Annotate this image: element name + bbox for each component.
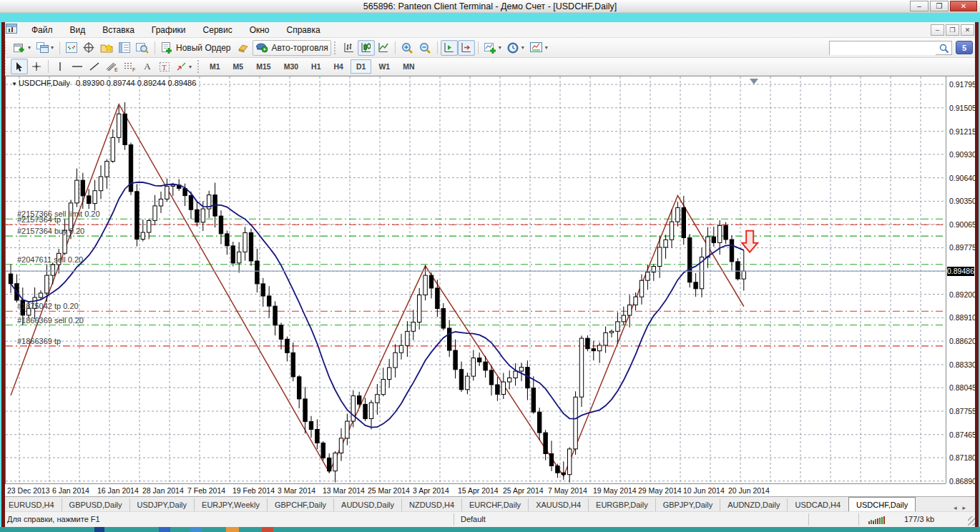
new-order-button[interactable]: Новый Ордер xyxy=(158,40,233,56)
data-window-button[interactable] xyxy=(80,40,97,56)
line-chart-type-button[interactable] xyxy=(375,40,392,56)
toolbar-grip[interactable] xyxy=(334,41,338,54)
arrows-tool-button[interactable]: ▾ xyxy=(173,59,195,74)
restore-button[interactable]: ❐ xyxy=(930,1,949,11)
child-close-button[interactable]: ✕ xyxy=(961,24,974,36)
search-input[interactable] xyxy=(830,42,936,55)
market-watch-button[interactable] xyxy=(63,40,80,56)
chart-tab-GBPJPY-Daily[interactable]: GBPJPY,Daily xyxy=(655,498,720,511)
strategy-tester-button[interactable] xyxy=(133,40,152,56)
text-label-tool-button[interactable]: T xyxy=(156,59,173,74)
candlestick-chart-type-button[interactable] xyxy=(358,40,375,56)
new-chart-button[interactable]: ▾ xyxy=(11,40,34,56)
timeframe-button-M5[interactable]: M5 xyxy=(227,59,250,74)
menu-item-0[interactable]: Файл xyxy=(23,23,62,37)
close-button[interactable]: ✕ xyxy=(950,1,977,11)
taskbar-app-icon[interactable] xyxy=(190,527,202,532)
date-label: 25 Apr 2014 xyxy=(503,486,544,495)
price-tick: 0.86890 xyxy=(949,477,976,486)
indicators-button[interactable]: ▾ xyxy=(481,40,504,56)
navigator-button[interactable] xyxy=(97,40,116,56)
taskbar-app-icon[interactable] xyxy=(159,527,170,532)
menu-item-4[interactable]: Сервис xyxy=(195,23,241,37)
menu-item-2[interactable]: Вставка xyxy=(94,23,143,37)
horizontal-line-tool-button[interactable] xyxy=(69,59,86,74)
timeframe-button-W1[interactable]: W1 xyxy=(373,59,396,74)
cursor-tool-button[interactable] xyxy=(11,59,28,74)
chart-tab-NZDUSD-H4[interactable]: NZDUSD,H4 xyxy=(401,498,461,511)
crosshair-tool-button[interactable] xyxy=(28,59,45,74)
price-tick: 0.90930 xyxy=(949,150,976,159)
svg-text:#2157364 buy 0.20: #2157364 buy 0.20 xyxy=(17,227,84,235)
title-bar: 565896: Panteon Client Terminal - Демо С… xyxy=(0,0,980,13)
zoom-out-button[interactable] xyxy=(416,40,434,56)
collapse-arrow-icon[interactable]: ▼ xyxy=(11,81,17,87)
window-border-left xyxy=(0,22,5,527)
taskbar-app-icon[interactable] xyxy=(226,527,239,532)
chart-tab-GBPUSD-Daily[interactable]: GBPUSD,Daily xyxy=(62,498,129,511)
zoom-in-button[interactable] xyxy=(398,40,416,56)
chart-tab-EURGBP-Daily[interactable]: EURGBP,Daily xyxy=(588,498,655,511)
menu-item-6[interactable]: Справка xyxy=(278,23,329,37)
profiles-button[interactable]: ▾ xyxy=(34,40,57,56)
chart-header: ▼USDCHF,Daily 0.89390 0.89744 0.89244 0.… xyxy=(11,79,196,87)
vertical-line-tool-button[interactable] xyxy=(52,59,69,74)
chart-tab-EURUSD-H4[interactable]: EURUSD,H4 xyxy=(1,498,62,511)
window-border-right xyxy=(975,22,980,527)
chart-tab-GBPCHF-Daily[interactable]: GBPCHF,Daily xyxy=(267,498,333,511)
chart-tab-USDCHF-Daily[interactable]: USDCHF,Daily xyxy=(848,497,916,511)
timeframe-button-M15[interactable]: M15 xyxy=(250,59,276,74)
chart-tab-USDCAD-H4[interactable]: USDCAD,H4 xyxy=(787,498,848,511)
menu-item-5[interactable]: Окно xyxy=(241,23,278,37)
chart-canvas[interactable]: #2157366 sell limit 0.20#2157364 tp#2157… xyxy=(5,76,946,483)
search-icon[interactable] xyxy=(939,44,949,54)
timeframe-button-MN[interactable]: MN xyxy=(397,59,420,74)
toolbar-grip[interactable] xyxy=(197,60,201,73)
chart-tab-EURJPY-Weekly[interactable]: EURJPY,Weekly xyxy=(194,498,267,511)
text-tool-button[interactable]: A xyxy=(139,59,156,74)
equidistant-channel-tool-button[interactable]: E xyxy=(103,59,121,74)
chart-tab-XAUUSD-H4[interactable]: XAUUSD,H4 xyxy=(528,498,588,511)
notifications-badge[interactable]: 5 xyxy=(956,41,973,54)
timeframe-button-M1[interactable]: M1 xyxy=(204,59,226,74)
chart-ohlc-values: 0.89390 0.89744 0.89244 0.89486 xyxy=(76,79,196,87)
chart-tab-AUDUSD-Daily[interactable]: AUDUSD,Daily xyxy=(333,498,401,511)
bar-chart-type-button[interactable] xyxy=(340,40,358,56)
date-label: 15 Apr 2014 xyxy=(458,486,499,495)
timeframe-button-H1[interactable]: H1 xyxy=(305,59,326,74)
chart-shift-marker xyxy=(750,79,758,84)
menu-item-3[interactable]: Графики xyxy=(143,23,195,37)
price-tick: 0.87465 xyxy=(949,430,976,439)
svg-text:F: F xyxy=(132,67,135,72)
chart-tab-USDJPY-Daily[interactable]: USDJPY,Daily xyxy=(129,498,195,511)
price-axis[interactable]: 0.917950.915050.912150.909300.906400.903… xyxy=(946,76,974,483)
date-label: 25 Mar 2014 xyxy=(368,486,410,495)
status-bar: Для справки, нажмите F1 Default 177/3 kb xyxy=(1,511,979,527)
menu-item-1[interactable]: Вид xyxy=(62,23,94,37)
auto-scroll-button[interactable] xyxy=(441,40,458,56)
fibonacci-tool-button[interactable]: F xyxy=(121,59,139,74)
taskbar-app-icon[interactable] xyxy=(94,527,104,532)
trendline-tool-button[interactable] xyxy=(86,59,103,74)
chart-tab-EURCHF-Daily[interactable]: EURCHF,Daily xyxy=(461,498,528,511)
chart-tab-AUDNZD-Daily[interactable]: AUDNZD,Daily xyxy=(720,498,787,511)
status-traffic: 177/3 kb xyxy=(904,515,934,523)
child-restore-button[interactable]: ❐ xyxy=(946,24,959,36)
status-profile[interactable]: Default xyxy=(461,515,486,523)
metaeditor-button[interactable] xyxy=(234,40,253,56)
chart-shift-button[interactable] xyxy=(458,40,475,56)
timeframe-button-M30[interactable]: M30 xyxy=(278,59,304,74)
window-accent-band xyxy=(0,13,980,22)
child-minimize-button[interactable]: – xyxy=(931,24,944,36)
terminal-button[interactable] xyxy=(116,40,133,56)
minimize-button[interactable]: – xyxy=(910,1,928,11)
periods-button[interactable]: ▾ xyxy=(504,40,527,56)
taskbar-app-icon[interactable] xyxy=(262,527,273,532)
autotrading-button[interactable]: Авто-торговля xyxy=(253,40,331,56)
templates-button[interactable]: ▾ xyxy=(527,40,551,56)
date-label: 19 May 2014 xyxy=(593,486,637,495)
timeframe-button-H4[interactable]: H4 xyxy=(328,59,349,74)
price-tick: 0.88330 xyxy=(949,360,976,369)
date-axis[interactable]: 23 Dec 20136 Jan 201416 Jan 201428 Jan 2… xyxy=(5,483,946,496)
timeframe-button-D1[interactable]: D1 xyxy=(351,59,371,74)
